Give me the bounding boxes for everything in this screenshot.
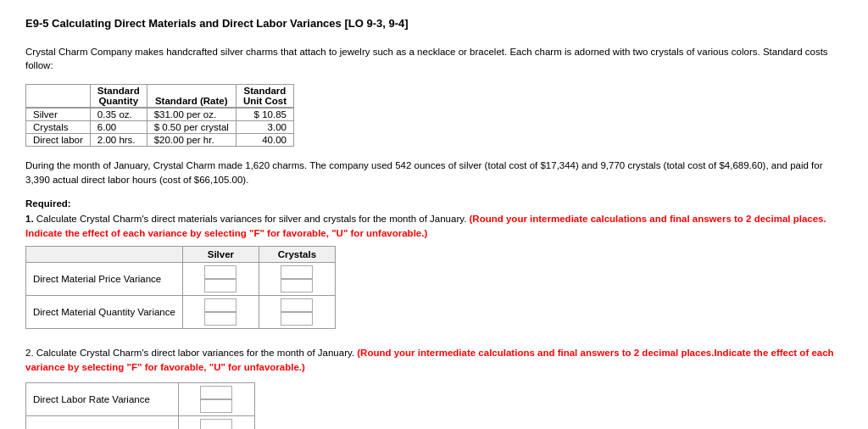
row-crystals-cost: 3.00 [236, 121, 293, 134]
labor-efficiency-variance-label: Direct Labor Efficiency Variance [26, 415, 179, 429]
mat-price-silver-cell [182, 263, 259, 296]
col-header-name [26, 85, 91, 109]
req1-main-text: Calculate Crystal Charm's direct materia… [36, 214, 470, 224]
labor-efficiency-value-cell [178, 415, 254, 429]
required-label: Required: [25, 198, 843, 209]
mat-price-crystals-cell [259, 263, 335, 296]
row-crystals-rate: $ 0.50 per crystal [147, 121, 236, 134]
row-crystals-label: Crystals [26, 121, 91, 134]
mat-price-crystals-fu-input[interactable] [281, 279, 313, 292]
mat-col-header-blank [26, 247, 183, 263]
mat-col-header-crystals: Crystals [259, 247, 335, 263]
problem-text: During the month of January, Crystal Cha… [25, 159, 843, 188]
mat-qty-silver-cell [182, 296, 259, 329]
mat-qty-crystals-cell [259, 296, 335, 329]
mat-qty-crystals-value-input[interactable] [281, 298, 313, 312]
mat-price-silver-value-input[interactable] [204, 265, 236, 279]
mat-col-header-silver: Silver [182, 247, 259, 263]
req1-section: 1. Calculate Crystal Charm's direct mate… [25, 212, 843, 330]
mat-qty-crystals-fu-input[interactable] [281, 312, 313, 326]
row-direct-labor-rate: $20.00 per hr. [147, 134, 236, 147]
labor-rate-value-cell [178, 382, 254, 415]
mat-qty-variance-label: Direct Material Quantity Variance [26, 296, 183, 329]
col-header-std-unit-cost: StandardUnit Cost [236, 85, 293, 109]
req2-text: 2. Calculate Crystal Charm's direct labo… [25, 346, 843, 376]
row-silver-cost: $ 10.85 [236, 108, 293, 121]
mat-price-silver-fu-input[interactable] [204, 279, 236, 292]
col-header-std-rate: Standard (Rate) [147, 85, 236, 109]
row-crystals-qty: 6.00 [90, 121, 147, 134]
mat-qty-silver-value-input[interactable] [204, 298, 236, 312]
labor-efficiency-value-input[interactable] [200, 419, 232, 429]
materials-variance-table: Silver Crystals Direct Material Price Va… [25, 246, 336, 329]
table-row: Direct Material Price Variance [26, 263, 336, 296]
row-direct-labor-qty: 2.00 hrs. [90, 134, 147, 147]
row-direct-labor-label: Direct labor [26, 134, 91, 147]
labor-variance-table: Direct Labor Rate Variance Direct Labor … [25, 382, 255, 429]
row-silver-qty: 0.35 oz. [90, 108, 147, 121]
req2-number: 2. [25, 348, 36, 358]
row-silver-label: Silver [26, 108, 91, 121]
labor-rate-fu-input[interactable] [200, 399, 232, 413]
labor-rate-value-input[interactable] [200, 386, 232, 399]
col-header-std-qty: StandardQuantity [90, 85, 147, 109]
table-row: Direct Labor Efficiency Variance [26, 415, 255, 429]
req1-text: 1. Calculate Crystal Charm's direct mate… [25, 212, 843, 242]
standard-cost-table: StandardQuantity Standard (Rate) Standar… [25, 84, 294, 147]
req2-section: 2. Calculate Crystal Charm's direct labo… [25, 346, 843, 429]
mat-qty-silver-fu-input[interactable] [204, 312, 236, 326]
intro-text: Crystal Charm Company makes handcrafted … [25, 45, 843, 72]
row-direct-labor-cost: 40.00 [236, 134, 293, 147]
labor-rate-variance-label: Direct Labor Rate Variance [26, 382, 179, 415]
table-row: Direct Material Quantity Variance [26, 296, 336, 329]
req1-label: 1. [25, 214, 36, 224]
req2-main-text: Calculate Crystal Charm's direct labor v… [36, 348, 357, 358]
table-row: Direct Labor Rate Variance [26, 382, 255, 415]
mat-price-variance-label: Direct Material Price Variance [26, 263, 183, 296]
mat-price-crystals-value-input[interactable] [281, 265, 313, 279]
row-silver-rate: $31.00 per oz. [147, 108, 236, 121]
page-title: E9-5 Calculating Direct Materials and Di… [25, 17, 843, 30]
